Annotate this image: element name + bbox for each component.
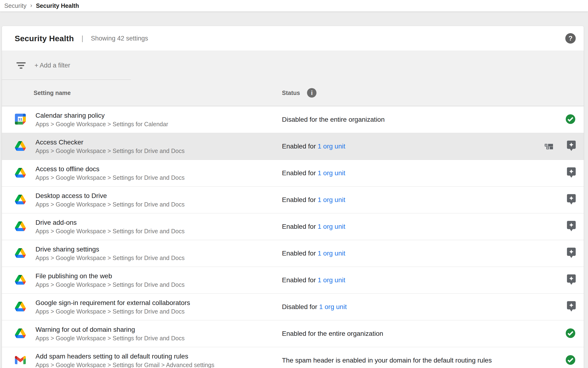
drive-icon: [15, 195, 26, 205]
setting-path: Apps > Google Workspace > Settings for D…: [35, 281, 184, 289]
status-cell: Enabled for 1 org unit: [282, 250, 345, 257]
drive-icon: [15, 141, 26, 152]
table-row[interactable]: Access to offline docs Apps > Google Wor…: [2, 160, 584, 187]
table-row[interactable]: Drive add-ons Apps > Google Workspace > …: [2, 213, 584, 240]
row-trailing-icons: [567, 167, 576, 179]
setting-path: Apps > Google Workspace > Settings for D…: [35, 201, 184, 208]
table-row[interactable]: File publishing on the web Apps > Google…: [2, 267, 584, 294]
page-title: Security Health: [15, 34, 74, 43]
card-header: Security Health | Showing 42 settings ?: [2, 26, 584, 51]
info-icon[interactable]: i: [307, 88, 316, 98]
row-trailing-icons: [567, 248, 576, 259]
gmail-icon: [15, 356, 26, 365]
help-icon[interactable]: ?: [565, 33, 576, 44]
table-header: Setting name Status i: [2, 80, 584, 106]
status-cell: Enabled for 1 org unit: [282, 143, 345, 150]
svg-text:31: 31: [18, 117, 22, 121]
drive-icon: [15, 168, 26, 179]
table-row[interactable]: Add spam headers setting to all default …: [2, 347, 584, 368]
breadcrumb-current: Security Health: [36, 2, 79, 9]
drive-icon: [15, 275, 26, 285]
status-cell: Disabled for 1 org unit: [282, 303, 347, 311]
row-trailing-icons: [565, 355, 576, 366]
status-text: Enabled for the entire organization: [282, 330, 383, 337]
filter-section: + Add a filter Setting name Status i: [2, 51, 584, 106]
status-column-header: Status i: [282, 88, 316, 98]
app-icon-slot: [15, 275, 26, 285]
status-text: Enabled for: [282, 223, 318, 230]
row-text: Calendar sharing policy Apps > Google Wo…: [35, 111, 168, 128]
row-text: Desktop access to Drive Apps > Google Wo…: [35, 192, 184, 208]
setting-name: Add spam headers setting to all default …: [35, 352, 214, 360]
row-text: Google sign-in requirement for external …: [35, 299, 190, 315]
status-text: Enabled for: [282, 143, 318, 150]
filter-row: + Add a filter: [2, 51, 584, 80]
status-text: Enabled for: [282, 196, 318, 203]
row-trailing-icons: [545, 141, 576, 152]
row-text: Warning for out of domain sharing Apps >…: [35, 325, 184, 342]
app-icon-slot: [15, 195, 26, 205]
drive-icon: [15, 329, 26, 339]
recommendation-flag-icon[interactable]: [567, 194, 576, 206]
row-trailing-icons: [567, 194, 576, 206]
app-icon-slot: [15, 141, 26, 152]
app-icon-slot: [15, 248, 26, 259]
status-cell: Enabled for 1 org unit: [282, 196, 345, 204]
row-trailing-icons: [565, 114, 576, 125]
recommendation-flag-icon[interactable]: [567, 221, 576, 232]
status-cell: Disabled for the entire organization: [282, 116, 385, 123]
row-text: Access to offline docs Apps > Google Wor…: [35, 165, 184, 182]
table-row[interactable]: Drive sharing settings Apps > Google Wor…: [2, 240, 584, 267]
org-units-icon: [545, 144, 553, 149]
recommendation-flag-icon[interactable]: [567, 141, 576, 152]
org-unit-link[interactable]: 1 org unit: [318, 250, 345, 257]
table-row[interactable]: Warning for out of domain sharing Apps >…: [2, 320, 584, 347]
recommendation-flag-icon[interactable]: [567, 275, 576, 286]
org-unit-link[interactable]: 1 org unit: [318, 196, 345, 203]
table-row[interactable]: Access Checker Apps > Google Workspace >…: [2, 133, 584, 160]
org-unit-link[interactable]: 1 org unit: [318, 223, 345, 230]
table-row[interactable]: Desktop access to Drive Apps > Google Wo…: [2, 187, 584, 213]
recommendation-flag-icon[interactable]: [567, 301, 576, 313]
setting-path: Apps > Google Workspace > Settings for D…: [35, 334, 184, 342]
status-cell: Enabled for 1 org unit: [282, 276, 345, 284]
org-unit-link[interactable]: 1 org unit: [318, 143, 345, 150]
org-unit-link[interactable]: 1 org unit: [318, 276, 345, 284]
app-icon-slot: [15, 221, 26, 232]
recommendation-flag-icon[interactable]: [567, 248, 576, 259]
setting-path: Apps > Google Workspace > Settings for C…: [35, 120, 168, 128]
row-trailing-icons: [567, 301, 576, 313]
setting-name-column-header: Setting name: [34, 90, 71, 96]
add-filter-button[interactable]: + Add a filter: [35, 62, 70, 69]
status-cell: The spam header is enabled in your domai…: [282, 357, 492, 364]
row-trailing-icons: [567, 221, 576, 232]
setting-path: Apps > Google Workspace > Settings for D…: [35, 147, 184, 155]
setting-name: Warning for out of domain sharing: [35, 325, 184, 334]
breadcrumb-parent-link[interactable]: Security: [4, 2, 26, 9]
org-unit-link[interactable]: 1 org unit: [318, 169, 345, 177]
status-text: Enabled for: [282, 169, 318, 177]
row-trailing-icons: [565, 328, 576, 339]
drive-icon: [15, 221, 26, 232]
org-unit-link[interactable]: 1 org unit: [319, 303, 347, 311]
recommendation-flag-icon[interactable]: [567, 167, 576, 179]
check-circle-icon: [565, 328, 576, 339]
drive-icon: [15, 302, 26, 312]
app-icon-slot: [15, 168, 26, 179]
setting-name: Desktop access to Drive: [35, 192, 184, 200]
status-text: Enabled for: [282, 276, 318, 284]
calendar-icon: 31: [15, 114, 26, 126]
settings-count: Showing 42 settings: [91, 35, 148, 42]
setting-name: File publishing on the web: [35, 272, 184, 280]
status-text: Enabled for: [282, 250, 318, 257]
app-icon-slot: [15, 302, 26, 312]
setting-path: Apps > Google Workspace > Settings for D…: [35, 254, 184, 262]
app-icon-slot: [15, 356, 26, 365]
status-text: The spam header is enabled in your domai…: [282, 357, 492, 364]
row-text: File publishing on the web Apps > Google…: [35, 272, 184, 289]
row-trailing-icons: [567, 275, 576, 286]
table-row[interactable]: Google sign-in requirement for external …: [2, 294, 584, 320]
filter-icon[interactable]: [17, 62, 26, 69]
table-row[interactable]: 31 Calendar sharing policy Apps > Google…: [2, 106, 584, 133]
status-cell: Enabled for 1 org unit: [282, 169, 345, 177]
